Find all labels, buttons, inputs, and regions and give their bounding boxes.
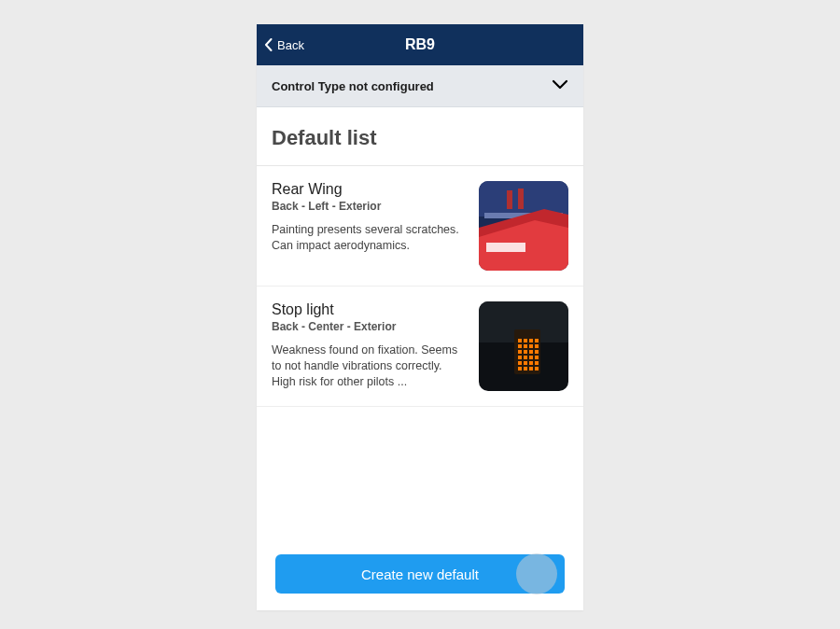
svg-rect-21 xyxy=(524,356,527,359)
control-type-dropdown[interactable]: Control Type not configured xyxy=(257,65,583,107)
list-item-text: Rear Wing Back - Left - Exterior Paintin… xyxy=(272,181,468,271)
svg-rect-19 xyxy=(535,350,539,354)
list-item-subtitle: Back - Left - Exterior xyxy=(272,200,468,213)
svg-rect-18 xyxy=(529,350,533,354)
create-button-label: Create new default xyxy=(361,566,479,582)
list-item-thumbnail xyxy=(479,301,568,391)
svg-rect-2 xyxy=(486,243,525,252)
list-item-text: Stop light Back - Center - Exterior Weak… xyxy=(272,301,468,391)
svg-rect-4 xyxy=(518,189,524,209)
list-item[interactable]: Stop light Back - Center - Exterior Weak… xyxy=(257,287,583,407)
app-screen: Back RB9 Control Type not configured Def… xyxy=(257,24,583,610)
bottom-bar: Create new default xyxy=(257,541,583,610)
rear-wing-image-icon xyxy=(479,181,568,271)
svg-rect-31 xyxy=(535,367,539,370)
list-item-thumbnail xyxy=(479,181,568,271)
svg-rect-20 xyxy=(518,356,522,359)
tap-indicator-icon xyxy=(516,553,557,594)
chevron-down-icon xyxy=(552,77,568,94)
list-item-subtitle: Back - Center - Exterior xyxy=(272,320,468,333)
svg-rect-10 xyxy=(529,339,533,342)
svg-rect-24 xyxy=(518,361,522,365)
stop-light-image-icon xyxy=(479,301,568,391)
svg-rect-30 xyxy=(529,367,533,370)
svg-rect-16 xyxy=(518,350,522,354)
svg-rect-11 xyxy=(535,339,539,342)
svg-rect-12 xyxy=(518,344,522,348)
svg-rect-8 xyxy=(518,339,522,342)
list-item[interactable]: Rear Wing Back - Left - Exterior Paintin… xyxy=(257,166,583,287)
create-new-default-button[interactable]: Create new default xyxy=(275,554,565,594)
svg-rect-13 xyxy=(524,344,527,348)
svg-rect-27 xyxy=(535,361,539,365)
list-item-title: Rear Wing xyxy=(272,181,468,198)
svg-rect-26 xyxy=(529,361,533,365)
svg-rect-14 xyxy=(529,344,533,348)
list-item-description: Weakness found on fixation. Seems to not… xyxy=(272,342,468,390)
svg-rect-9 xyxy=(524,339,527,342)
chevron-left-icon xyxy=(264,38,273,51)
back-label: Back xyxy=(277,38,304,52)
back-button[interactable]: Back xyxy=(257,38,304,52)
svg-rect-22 xyxy=(529,356,533,359)
svg-rect-3 xyxy=(507,190,512,209)
svg-rect-25 xyxy=(524,361,527,365)
list-item-title: Stop light xyxy=(272,301,468,318)
list-item-description: Painting presents several scratches. Can… xyxy=(272,222,468,254)
section-title: Default list xyxy=(257,107,583,166)
svg-rect-23 xyxy=(535,356,539,359)
navbar: Back RB9 xyxy=(257,24,583,65)
svg-rect-15 xyxy=(535,344,539,348)
control-type-label: Control Type not configured xyxy=(272,79,434,93)
svg-rect-28 xyxy=(518,367,522,370)
navbar-title: RB9 xyxy=(257,36,583,53)
svg-rect-29 xyxy=(524,367,527,370)
svg-rect-17 xyxy=(524,350,527,354)
